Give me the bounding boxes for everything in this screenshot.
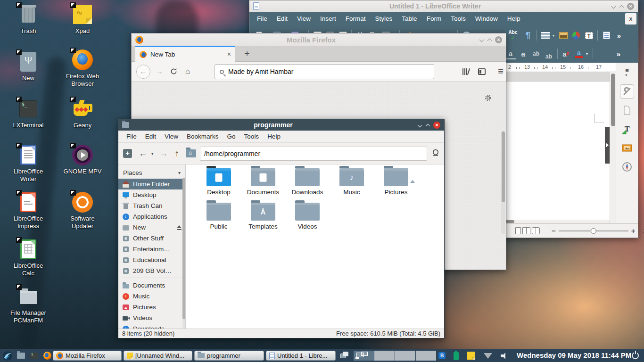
- menu-help[interactable]: Help: [503, 12, 525, 26]
- menu-tools[interactable]: Tools: [240, 133, 264, 140]
- workspace-2[interactable]: [374, 351, 395, 361]
- insert-chart-icon[interactable]: [570, 30, 582, 41]
- reload-icon[interactable]: [432, 148, 439, 158]
- place-other-stuff[interactable]: Other Stuff: [118, 233, 186, 244]
- file-downloads[interactable]: Downloads: [285, 168, 330, 196]
- path-bar[interactable]: [200, 147, 427, 161]
- launcher-file-manager-icon[interactable]: [15, 350, 26, 362]
- firefox-scrollbar[interactable]: [501, 131, 505, 234]
- single-page-view-icon[interactable]: [515, 227, 521, 234]
- desktop-icon-trash[interactable]: Trash: [7, 4, 50, 35]
- minimize-button[interactable]: [479, 37, 484, 42]
- file-music[interactable]: ♪ Music: [330, 168, 374, 196]
- start-menu-button[interactable]: [2, 350, 13, 362]
- taskbar-clock[interactable]: Wednesday 09 May 2018 11:44 PM: [517, 351, 631, 359]
- new-tab-settings-gear-icon[interactable]: [484, 94, 492, 104]
- menu-view[interactable]: View: [292, 12, 315, 26]
- firefox-titlebar[interactable]: Mozilla Firefox ×: [132, 33, 506, 46]
- desktop-icon-firefox[interactable]: Firefox Web Browser: [61, 49, 104, 88]
- close-button[interactable]: ×: [433, 122, 440, 129]
- menu-edit[interactable]: Edit: [141, 133, 160, 140]
- place-pictures[interactable]: Pictures: [118, 302, 186, 313]
- xpad-tray-icon[interactable]: [467, 352, 475, 360]
- desktop-icon-geany[interactable]: Geany: [61, 98, 104, 129]
- new-tab-button[interactable]: +: [241, 48, 253, 60]
- home-folder-icon[interactable]: [186, 149, 196, 157]
- reload-button[interactable]: [166, 65, 181, 79]
- place-applications[interactable]: Applications: [118, 211, 186, 222]
- menu-edit[interactable]: Edit: [272, 12, 292, 26]
- fm-titlebar[interactable]: programmer ×: [118, 119, 444, 131]
- place-desktop[interactable]: Desktop: [118, 189, 186, 200]
- file-documents[interactable]: Documents: [241, 168, 285, 196]
- file-public[interactable]: Public: [197, 203, 241, 230]
- eject-icon[interactable]: [176, 225, 182, 230]
- taskbar-task-programmer[interactable]: programmer: [194, 351, 264, 361]
- sidebar-styles-icon[interactable]: T: [620, 122, 634, 136]
- toolbar-overflow-icon[interactable]: »: [613, 48, 624, 59]
- path-input[interactable]: [204, 150, 423, 157]
- library-icon[interactable]: [459, 65, 473, 79]
- place-new-volume[interactable]: New: [118, 222, 186, 233]
- writer-titlebar[interactable]: Untitled 1 - LibreOffice Writer ×: [249, 0, 638, 12]
- zoom-slider[interactable]: −+: [549, 227, 638, 235]
- place-entertainment[interactable]: Entertainm…: [118, 244, 186, 255]
- launcher-firefox-icon[interactable]: [41, 350, 53, 362]
- file-templates[interactable]: Å Templates: [241, 203, 285, 230]
- multi-page-view-icon[interactable]: [522, 227, 530, 234]
- maximize-button[interactable]: [487, 37, 492, 42]
- places-scrollbar[interactable]: [182, 178, 185, 329]
- maximize-button[interactable]: [619, 4, 624, 8]
- workspace-4[interactable]: [416, 351, 436, 361]
- insert-field-icon[interactable]: [601, 30, 612, 41]
- menu-file[interactable]: File: [122, 133, 141, 140]
- taskbar-task-writer[interactable]: Untitled 1 - Libre...: [266, 351, 336, 361]
- taskbar-task-xpad[interactable]: [Unnamed Wind...: [124, 351, 192, 361]
- sidebar-properties-icon[interactable]: [620, 84, 634, 99]
- tray-windows-icon[interactable]: [340, 352, 349, 359]
- close-document-button[interactable]: x: [625, 13, 636, 25]
- place-documents[interactable]: Documents: [118, 280, 186, 291]
- desktop-icon-lxterminal[interactable]: $_ LXTerminal: [7, 98, 50, 129]
- places-header[interactable]: Places ▾: [118, 166, 185, 179]
- file-pictures[interactable]: Pictures: [374, 168, 418, 196]
- workspace-1[interactable]: [354, 351, 374, 361]
- url-bar[interactable]: [215, 64, 434, 79]
- sidebar-navigator-icon[interactable]: [620, 160, 634, 174]
- desktop-icon-localc[interactable]: LibreOffice Calc: [7, 239, 50, 278]
- menu-view[interactable]: View: [160, 133, 182, 140]
- up-icon[interactable]: ↑: [175, 148, 180, 159]
- superscript-icon[interactable]: ab: [530, 48, 542, 59]
- desktop-icon-new-drive[interactable]: Ψ New: [7, 51, 50, 82]
- new-tab-icon[interactable]: +: [123, 149, 132, 158]
- place-downloads[interactable]: Downloads: [118, 323, 186, 329]
- back-history-caret[interactable]: ▾: [151, 151, 154, 156]
- desktop-icon-loimpress[interactable]: LibreOffice Impress: [7, 191, 50, 230]
- bluetooth-tray-icon[interactable]: B: [438, 352, 446, 359]
- place-music[interactable]: Music: [118, 291, 186, 302]
- sidebars-icon[interactable]: [475, 65, 489, 79]
- menu-go[interactable]: Go: [223, 133, 240, 140]
- forward-button[interactable]: →: [152, 65, 166, 79]
- font-color-icon[interactable]: a: [573, 48, 585, 59]
- toolbar-overflow-icon[interactable]: »: [613, 30, 625, 41]
- volume-tray-icon[interactable]: [501, 353, 508, 359]
- place-home-folder[interactable]: Home Folder: [118, 179, 186, 189]
- menu-file[interactable]: File: [252, 12, 272, 26]
- menu-table[interactable]: Table: [397, 12, 421, 26]
- tab-close-icon[interactable]: ×: [227, 50, 231, 58]
- menu-hamburger-icon[interactable]: ≡: [494, 65, 508, 79]
- place-209gb-volume[interactable]: 209 GB Vol…: [118, 265, 186, 276]
- desktop-icon-pcmanfm[interactable]: File Manager PCManFM: [7, 286, 50, 325]
- sidebar-gallery-icon[interactable]: [620, 141, 634, 155]
- place-educational[interactable]: Educational: [118, 255, 186, 265]
- insert-table-icon[interactable]: [540, 30, 551, 41]
- menu-tools[interactable]: Tools: [446, 12, 471, 26]
- insert-image-icon[interactable]: [558, 30, 569, 41]
- menu-insert[interactable]: Insert: [315, 12, 341, 26]
- file-videos[interactable]: Videos: [285, 203, 330, 230]
- menu-bookmarks[interactable]: Bookmarks: [182, 133, 223, 140]
- underline-icon[interactable]: a: [505, 48, 516, 59]
- formatting-marks-icon[interactable]: ¶: [522, 30, 534, 41]
- spelling-icon[interactable]: Abc✓: [505, 30, 521, 41]
